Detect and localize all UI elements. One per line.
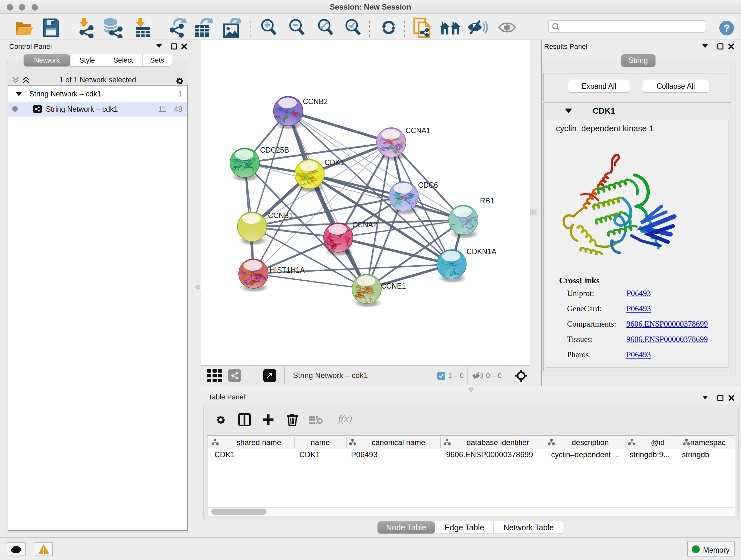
svg-text:RB1: RB1 xyxy=(480,197,494,205)
svg-text:CCNB1: CCNB1 xyxy=(268,211,293,220)
svg-text:HIST1H1A: HIST1H1A xyxy=(270,266,305,274)
svg-text:CCNE1: CCNE1 xyxy=(381,282,406,290)
svg-text:CDC25B: CDC25B xyxy=(260,146,289,154)
svg-text:CDK1: CDK1 xyxy=(325,159,344,167)
svg-text:CCNA2: CCNA2 xyxy=(352,221,377,229)
svg-text:CCNB2: CCNB2 xyxy=(303,98,328,106)
svg-text:CCNA1: CCNA1 xyxy=(406,126,430,135)
svg-text:CDKN1A: CDKN1A xyxy=(467,247,496,256)
svg-text:CDC6: CDC6 xyxy=(418,181,438,189)
